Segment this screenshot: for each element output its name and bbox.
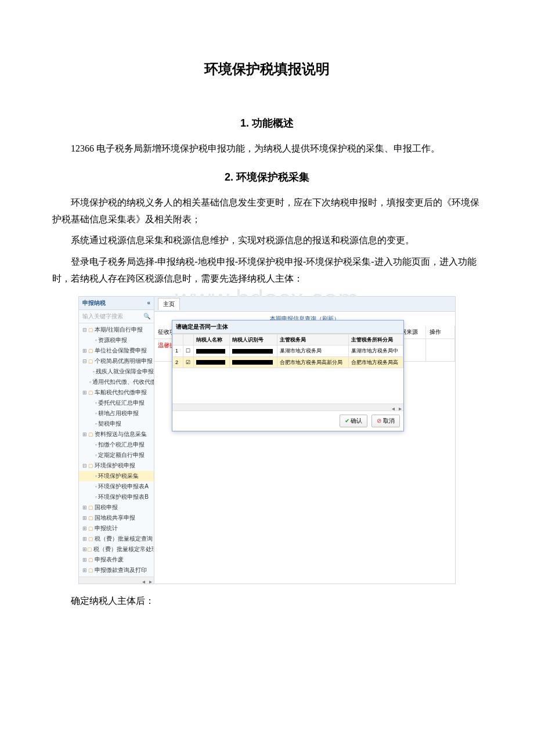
expand-icon[interactable]: ⊟ xyxy=(82,462,88,470)
tree-item[interactable]: ▫环境保护税申报表A xyxy=(79,481,154,492)
dialog-scrollbar[interactable]: ◂▸ xyxy=(172,404,403,411)
cancel-button[interactable]: ⊘ 取消 xyxy=(371,415,400,427)
tree-item[interactable]: ▫环境保护税申报表B xyxy=(79,492,154,502)
tree-item[interactable]: ▫扣缴个税汇总申报 xyxy=(79,440,154,450)
expand-icon[interactable]: ⊞ xyxy=(82,535,88,543)
tree-item-label: 环境保护税申报表B xyxy=(98,492,149,502)
row-id xyxy=(229,357,277,368)
document-icon: ▫ xyxy=(95,451,97,459)
select-entity-dialog: 请确定是否同一主体 纳税人名称 纳税人识别号 主管税务局 主管税务所科分局 xyxy=(172,320,404,431)
col-operation: 操作 xyxy=(426,326,455,339)
confirm-button[interactable]: ✔ 确认 xyxy=(340,415,368,427)
tree-item[interactable]: ▫资源税申报 xyxy=(79,335,154,345)
table-row[interactable]: 2☑合肥市地方税务局高新分局合肥市地方税务局高 xyxy=(173,357,403,368)
tree-item[interactable]: ⊞▢申报表作废 xyxy=(79,555,154,565)
tab-home[interactable]: 主页 xyxy=(158,298,180,310)
row-id xyxy=(229,345,277,357)
entity-table: 纳税人名称 纳税人识别号 主管税务局 主管税务所科分局 1☐巢湖市地方税务局巢湖… xyxy=(172,334,403,368)
expand-icon[interactable]: ⊞ xyxy=(82,556,88,564)
row-checkbox[interactable]: ☐ xyxy=(183,345,194,357)
tree-item[interactable]: ▫定期定额自行申报 xyxy=(79,450,154,460)
th-name: 纳税人名称 xyxy=(194,334,230,345)
search-icon[interactable]: 🔍 xyxy=(143,312,150,321)
tree-item-label: 环境保护税申报 xyxy=(95,461,135,470)
row-bureau: 合肥市地方税务局高新分局 xyxy=(277,357,348,368)
sidebar-header: 申报纳税 « xyxy=(79,297,154,310)
folder-icon: ▢ xyxy=(88,503,93,512)
folder-icon: ▢ xyxy=(88,388,93,397)
tree-item[interactable]: ⊞▢车船税代扣代缴申报 xyxy=(79,387,154,398)
nav-tree: ⊟▢本期/往期自行申报▫资源税申报⊞▢单位社会保险费申报⊟▢个税简易优惠明细申报… xyxy=(79,323,154,577)
tree-item[interactable]: ▫委托代征汇总申报 xyxy=(79,398,154,408)
folder-icon: ▢ xyxy=(88,357,93,365)
tree-item[interactable]: ⊟▢环境保护税申报 xyxy=(79,460,154,471)
tree-item-label: 申报缴款查询及打印 xyxy=(95,566,147,575)
document-icon: ▫ xyxy=(95,409,97,417)
tree-item[interactable]: ⊞▢税（费）批量核定常处理 xyxy=(79,544,154,555)
folder-icon: ▢ xyxy=(88,524,93,532)
expand-icon[interactable]: ⊞ xyxy=(82,388,88,397)
tree-item-label: 国税申报 xyxy=(95,503,118,512)
expand-icon[interactable]: ⊞ xyxy=(82,347,88,355)
cancel-icon: ⊘ xyxy=(377,417,381,424)
expand-icon[interactable]: ⊟ xyxy=(82,326,88,334)
row-name xyxy=(194,357,230,368)
tree-item[interactable]: ▫残疾人就业保障金申报 xyxy=(79,366,154,377)
row-bureau: 巢湖市地方税务局 xyxy=(277,345,348,357)
folder-icon: ▢ xyxy=(88,514,93,522)
expand-icon[interactable]: ⊟ xyxy=(82,357,88,365)
tree-item-label: 申报统计 xyxy=(95,524,118,533)
tree-item[interactable]: ▫耕地占用税申报 xyxy=(79,408,154,419)
section-2-paragraph-1: 环境保护税的纳税义务人的相关基础信息发生变更时，应在下次纳税申报时，填报变更后的… xyxy=(52,195,482,228)
row-branch: 合肥市地方税务局高 xyxy=(348,357,403,368)
tree-item[interactable]: ⊞▢国地税共享申报 xyxy=(79,513,154,523)
tab-bar: 主页 xyxy=(154,297,455,312)
expand-icon[interactable]: ⊞ xyxy=(82,514,88,522)
th-bureau: 主管税务局 xyxy=(277,334,348,345)
document-icon: ▫ xyxy=(95,420,97,428)
tree-item[interactable]: ▫环境保护税采集 xyxy=(79,471,154,481)
folder-icon: ▢ xyxy=(88,556,93,564)
search-placeholder: 输入关键字搜索 xyxy=(82,312,123,321)
tree-item[interactable]: ⊟▢本期/往期自行申报 xyxy=(79,325,154,335)
sidebar-search[interactable]: 输入关键字搜索 🔍 xyxy=(79,310,154,323)
sidebar-collapse-icon[interactable]: « xyxy=(147,298,150,308)
tree-item[interactable]: ▫契税申报 xyxy=(79,419,154,429)
section-1-paragraph: 12366 电子税务局新增环境保护税申报功能，为纳税人提供环境保护税的采集、申报… xyxy=(52,141,482,157)
tree-item-label: 定期定额自行申报 xyxy=(98,451,145,460)
tree-item[interactable]: ⊞▢单位社会保险费申报 xyxy=(79,345,154,356)
tree-item-label: 扣缴个税汇总申报 xyxy=(98,440,145,449)
tree-item-label: 车船税代扣代缴申报 xyxy=(95,388,147,397)
section-2-paragraph-2: 系统通过税源信息采集和税源信息维护，实现对税源信息的报送和税源信息的变更。 xyxy=(52,232,482,249)
expand-icon[interactable]: ⊞ xyxy=(82,566,88,574)
tree-item-label: 申报表作废 xyxy=(95,555,124,564)
embedded-screenshot: www.bdocx.com 申报纳税 « 输入关键字搜索 🔍 ⊟▢本期/往期自行… xyxy=(78,296,456,584)
folder-icon: ▢ xyxy=(88,462,93,470)
document-title: 环境保护税填报说明 xyxy=(52,58,482,80)
tree-item[interactable]: ⊞▢税（费）批量核定查询 xyxy=(79,534,154,544)
tree-item-label: 残疾人就业保障金申报 xyxy=(96,367,154,376)
folder-icon: ▢ xyxy=(88,566,93,574)
tree-item[interactable]: ▫通用代扣代缴、代收代缴申 xyxy=(79,377,154,387)
document-icon: ▫ xyxy=(95,441,97,449)
document-icon: ▫ xyxy=(93,368,95,376)
row-index: 2 xyxy=(173,357,183,368)
tree-item-label: 国地税共享申报 xyxy=(95,513,135,523)
tree-item[interactable]: ⊞▢资料报送与信息采集 xyxy=(79,429,154,440)
table-row[interactable]: 1☐巢湖市地方税务局巢湖市地方税务局中 xyxy=(173,345,403,357)
tree-item-label: 单位社会保险费申报 xyxy=(95,346,147,355)
sidebar-scrollbar[interactable]: ◂▸ xyxy=(79,577,154,584)
section-2-paragraph-4: 确定纳税人主体后： xyxy=(52,593,482,610)
tree-item[interactable]: ⊞▢申报缴款查询及打印 xyxy=(79,565,154,575)
expand-icon[interactable]: ⊞ xyxy=(82,524,88,532)
tree-item[interactable]: ⊞▢申报统计 xyxy=(79,523,154,534)
expand-icon[interactable]: ⊞ xyxy=(82,545,87,553)
expand-icon[interactable]: ⊞ xyxy=(82,430,88,438)
tree-item[interactable]: ⊞▢国税申报 xyxy=(79,502,154,513)
row-checkbox[interactable]: ☑ xyxy=(183,357,194,368)
expand-icon[interactable]: ⊞ xyxy=(82,503,88,512)
section-1-heading: 1. 功能概述 xyxy=(52,115,482,132)
tree-item-label: 通用代扣代缴、代收代缴申 xyxy=(92,377,154,387)
tree-item[interactable]: ⊟▢个税简易优惠明细申报 xyxy=(79,356,154,366)
main-area: 主页 本期申报信息查询（刷新） 征收项目 申报日期 数据来源 操作 温馨提示: … xyxy=(154,297,455,584)
